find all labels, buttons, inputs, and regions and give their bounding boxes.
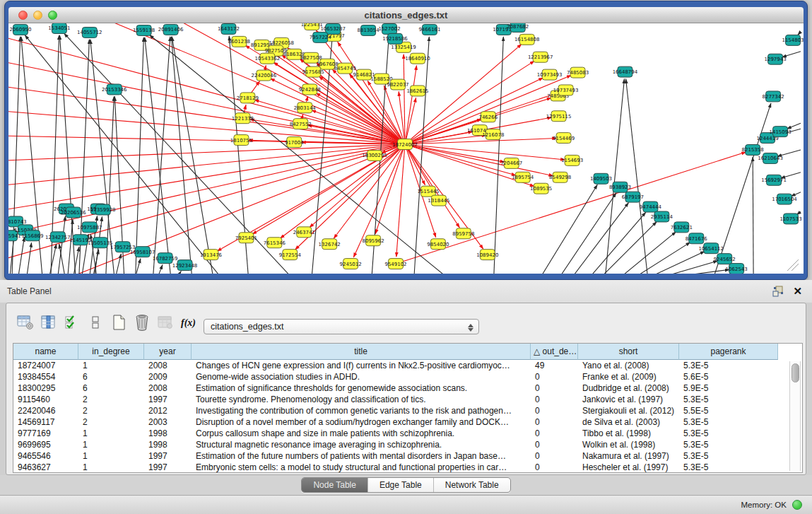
network-node[interactable]: 8601238 [228, 36, 250, 47]
tab-network-table[interactable]: Network Table [433, 478, 510, 492]
column-header-title[interactable]: title [192, 344, 531, 360]
table-row[interactable]: 1872400712008Changes of HCN gene express… [13, 360, 802, 371]
network-node[interactable]: 16210643 [758, 153, 783, 163]
network-node[interactable]: 8813054 [358, 25, 380, 35]
network-node[interactable]: 1643172 [218, 23, 240, 34]
network-node[interactable]: 1225431 [301, 23, 323, 30]
tab-node-table[interactable]: Node Table [302, 478, 367, 492]
table-row[interactable]: 946362711997Embryonic stem cells: a mode… [13, 462, 802, 473]
network-node[interactable]: 1062543 [726, 264, 748, 274]
new-table-button[interactable] [108, 312, 129, 334]
vertical-scrollbar[interactable] [789, 361, 801, 471]
network-node[interactable]: 9549102 [384, 259, 406, 269]
network-node[interactable]: 8095962 [363, 235, 384, 246]
network-node[interactable]: 7632621 [671, 222, 693, 233]
network-node[interactable]: 1913476 [200, 250, 222, 260]
column-header-out_de[interactable]: △ out_de… [531, 344, 578, 360]
network-window-titlebar[interactable]: citations_edges.txt [8, 7, 804, 23]
network-canvas[interactable]: 1872400786012388912954182260589827509818… [8, 23, 804, 274]
network-node[interactable]: 1154693 [561, 155, 583, 165]
network-node[interactable]: 14055712 [77, 27, 102, 37]
network-node[interactable]: 10973493 [537, 69, 563, 80]
show-columns-button[interactable] [38, 312, 59, 334]
network-node[interactable]: 1297943 [765, 54, 787, 64]
network-node[interactable]: 8215358 [742, 145, 764, 156]
table-row[interactable]: 1830029562008Estimation of significance … [13, 382, 802, 394]
network-node[interactable]: 2060950 [9, 24, 31, 35]
network-node[interactable]: 8471676 [686, 233, 707, 244]
network-node[interactable]: 1409503 [590, 173, 612, 184]
network-node[interactable]: 18640910 [405, 53, 430, 64]
table-row[interactable]: 977716911998Corpus callosum shape and si… [13, 428, 802, 439]
network-node[interactable]: 10654112 [698, 243, 724, 254]
table-row[interactable]: 2242004622012Investigating the contribut… [13, 405, 802, 416]
network-node[interactable]: 20891406 [158, 24, 184, 35]
network-node[interactable]: 1559138 [133, 25, 155, 35]
table-row[interactable]: 969969511998Structural magnetic resonanc… [13, 439, 802, 450]
network-node[interactable]: 2718129 [237, 93, 259, 103]
network-node[interactable]: 8959758 [452, 228, 474, 239]
zoom-window-button[interactable] [48, 11, 57, 20]
network-node[interactable]: 1154803 [782, 35, 804, 45]
network-view-window[interactable]: citations_edges.txt 18724007860123889129… [4, 1, 808, 280]
network-node[interactable]: 18300295 [362, 150, 387, 160]
table-row[interactable]: 911546021997Tourette syndrome. Phenomeno… [13, 394, 802, 405]
network-node[interactable]: 6879197 [622, 192, 644, 202]
delete-columns-button[interactable] [131, 312, 153, 334]
network-node[interactable]: 917004 [285, 137, 304, 148]
network-node[interactable]: 12975115 [546, 111, 572, 122]
network-node[interactable]: 9242848 [299, 84, 321, 95]
minimize-window-button[interactable] [33, 11, 42, 20]
network-node[interactable]: 16782759 [153, 253, 178, 264]
network-node[interactable]: 1534051 [48, 23, 70, 33]
network-node[interactable]: 1089535 [530, 183, 552, 194]
table-row[interactable]: 946554611997Estimation of the future num… [13, 450, 802, 462]
table-row[interactable]: 1456911722003Disruption of a novel membe… [13, 416, 802, 428]
network-node[interactable]: 7485083 [567, 67, 589, 78]
scrollbar-thumb[interactable] [792, 363, 799, 382]
network-node[interactable]: 8427552 [290, 119, 312, 129]
network-node[interactable]: 8549298 [549, 172, 571, 182]
network-node[interactable]: 746266 [478, 112, 498, 122]
network-node[interactable]: 7204667 [500, 158, 522, 168]
network-node[interactable]: 16648794 [613, 66, 638, 77]
network-node[interactable]: 1326742 [319, 239, 341, 250]
network-node[interactable]: 16154808 [514, 34, 540, 45]
select-columns-button[interactable] [61, 312, 83, 334]
network-node[interactable]: 2463741 [293, 227, 315, 238]
network-node[interactable]: 1810755 [230, 135, 252, 146]
network-node[interactable]: 2803144 [294, 103, 317, 113]
function-builder-button[interactable]: f(x) [178, 312, 199, 334]
network-node[interactable]: 2935114 [651, 211, 673, 222]
network-node[interactable]: 20153346 [102, 84, 127, 95]
tab-edge-table[interactable]: Edge Table [367, 478, 433, 492]
column-header-name[interactable]: name [13, 344, 78, 360]
network-node[interactable]: 1895754 [512, 172, 534, 182]
table-settings-button[interactable] [15, 312, 36, 334]
network-node[interactable]: 1527002 [378, 23, 400, 34]
column-header-year[interactable]: year [144, 344, 192, 360]
float-panel-icon[interactable] [772, 286, 784, 297]
table-selector-dropdown[interactable]: citations_edges.txt [204, 319, 479, 334]
close-window-button[interactable] [18, 11, 28, 20]
network-node[interactable]: 9154469 [553, 133, 575, 144]
table-row[interactable]: 1938455462009Genome-wide association stu… [13, 371, 802, 382]
row-options-button[interactable] [85, 312, 106, 334]
network-node[interactable]: 7615346 [264, 238, 286, 248]
memory-status-icon[interactable] [792, 500, 802, 510]
network-graph[interactable]: 1872400786012388912954182260589827509818… [8, 23, 804, 274]
column-header-in_degree[interactable]: in_degree [78, 344, 144, 360]
network-node[interactable]: 15692971 [761, 175, 787, 185]
network-node[interactable]: 9172554 [279, 250, 302, 260]
network-node[interactable]: 8938923 [609, 182, 631, 192]
network-node[interactable]: 7925401 [235, 233, 257, 243]
network-node[interactable]: 12213967 [528, 52, 553, 62]
network-node[interactable]: 12342757 [45, 232, 71, 243]
close-panel-icon[interactable]: ✕ [793, 286, 802, 297]
network-node[interactable]: 9245652 [714, 254, 736, 264]
network-node[interactable]: 1107533 [779, 214, 801, 224]
network-node[interactable]: 9466161 [418, 24, 440, 35]
network-node[interactable]: 8277342 [763, 91, 784, 102]
column-header-pagerank[interactable]: pagerank [679, 344, 778, 360]
column-header-short[interactable]: short [578, 344, 679, 360]
